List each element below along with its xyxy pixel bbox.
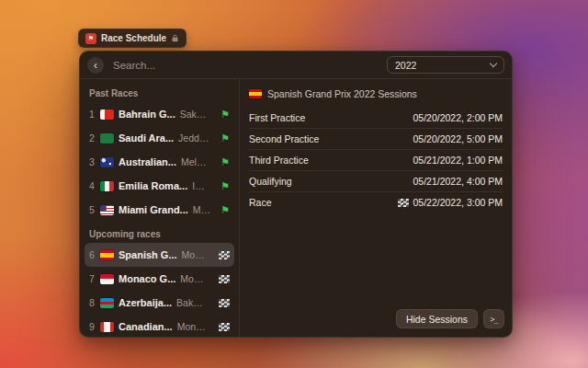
checkered-flag-icon xyxy=(219,299,230,307)
race-list-item[interactable]: 2 Saudi Ara... Jeddah, Sa... ⚑ xyxy=(85,126,234,150)
race-list-item[interactable]: 9 Canadian... Montreal, C... ⚑ xyxy=(85,315,234,337)
green-flag-icon: ⚑ xyxy=(220,109,230,120)
session-row: Race 05/22/2022, 3:00 PM xyxy=(249,192,503,213)
session-row: First Practice 05/20/2022, 2:00 PM xyxy=(249,108,503,129)
race-index: 2 xyxy=(89,132,96,144)
race-list-item[interactable]: 8 Azerbaija... Baku, Azerb... ⚑ xyxy=(85,291,234,315)
race-name: Canadian... xyxy=(119,321,173,332)
race-list-item-selected[interactable]: 6 Spanish G... Montmeló,... ⚑ xyxy=(85,243,234,267)
session-label: First Practice xyxy=(249,112,305,123)
race-list-item[interactable]: 1 Bahrain G... Sakhir, Bahr... ⚑ xyxy=(85,102,234,126)
search-input[interactable] xyxy=(111,59,379,72)
race-name: Australian... xyxy=(119,156,176,167)
checkered-flag-icon xyxy=(219,275,230,283)
race-location: Baku, Azerb... xyxy=(176,297,208,308)
race-index: 5 xyxy=(89,204,96,215)
session-time-race: 05/22/2022, 3:00 PM xyxy=(398,197,503,208)
year-dropdown-value: 2022 xyxy=(395,60,416,71)
session-time: 05/22/2022, 3:00 PM xyxy=(413,197,503,208)
session-label: Second Practice xyxy=(249,133,319,144)
race-name: Azerbaija... xyxy=(119,297,172,308)
session-time: 05/21/2022, 1:00 PM xyxy=(413,155,503,166)
terminal-icon: >_ xyxy=(490,315,497,324)
race-name: Miami Grand... xyxy=(119,204,188,215)
checkered-flag-icon xyxy=(398,199,409,207)
chevron-left-icon: ‹ xyxy=(94,59,97,71)
session-label: Third Practice xyxy=(249,155,309,166)
race-location: Imola, Italy xyxy=(192,180,209,191)
race-index: 4 xyxy=(89,180,96,191)
country-flag-icon xyxy=(100,298,114,308)
race-index: 8 xyxy=(89,297,96,308)
chevron-down-icon xyxy=(490,60,497,67)
country-flag-icon xyxy=(100,109,114,120)
app-icon: ⚑ xyxy=(85,33,96,44)
desktop-background: ⚑ Race Schedule ‹ 2022 Past Races 1 xyxy=(0,0,588,368)
race-list-item[interactable]: 3 Australian... Melbourne,... ⚑ xyxy=(85,150,234,174)
app-window: ‹ 2022 Past Races 1 Bahrain G... Sakhir,… xyxy=(79,51,513,338)
race-name: Saudi Ara... xyxy=(119,132,174,144)
green-flag-icon: ⚑ xyxy=(220,181,230,191)
checkered-flag-icon xyxy=(219,323,230,331)
session-time: 05/20/2022, 2:00 PM xyxy=(413,112,503,123)
session-time: 05/20/2022, 5:00 PM xyxy=(413,133,503,144)
race-index: 7 xyxy=(89,273,96,284)
green-flag-icon: ⚑ xyxy=(220,133,230,144)
race-name: Bahrain G... xyxy=(119,109,175,120)
race-location: Sakhir, Bahr... xyxy=(180,109,209,120)
back-button[interactable]: ‹ xyxy=(87,57,104,74)
session-row: Second Practice 05/20/2022, 5:00 PM xyxy=(249,129,503,150)
race-list-item[interactable]: 7 Monaco G... Monte-Carl... ⚑ xyxy=(85,267,234,291)
race-location: Montmeló,... xyxy=(182,249,208,260)
session-row: Qualifying 05/21/2022, 4:00 PM xyxy=(249,171,503,192)
race-name: Spanish G... xyxy=(119,249,177,260)
race-name: Monaco G... xyxy=(119,273,175,284)
window-body: Past Races 1 Bahrain G... Sakhir, Bahr..… xyxy=(80,79,512,337)
race-location: Jeddah, Sa... xyxy=(178,132,209,144)
shortcut-button[interactable]: >_ xyxy=(483,309,504,328)
flag-glyph: ⚑ xyxy=(88,35,94,41)
race-index: 9 xyxy=(89,321,96,332)
country-flag-icon xyxy=(100,274,114,284)
race-index: 3 xyxy=(89,156,96,167)
year-dropdown[interactable]: 2022 xyxy=(387,56,504,74)
country-flag-icon xyxy=(100,157,114,167)
race-location: Miami, USA xyxy=(193,204,209,215)
hide-sessions-button[interactable]: Hide Sessions xyxy=(396,309,478,328)
race-name: Emilia Roma... xyxy=(119,180,187,191)
race-list-item[interactable]: 5 Miami Grand... Miami, USA ⚑ xyxy=(85,198,234,222)
race-list-item[interactable]: 4 Emilia Roma... Imola, Italy ⚑ xyxy=(85,174,234,198)
country-flag-icon xyxy=(249,89,262,98)
checkered-flag-icon xyxy=(219,251,230,259)
sessions-panel: Spanish Grand Prix 2022 Sessions First P… xyxy=(240,79,512,337)
country-flag-icon xyxy=(100,133,114,144)
country-flag-icon xyxy=(100,250,114,260)
race-location: Montreal, C... xyxy=(177,321,208,332)
race-index: 6 xyxy=(89,249,96,260)
detail-header: Spanish Grand Prix 2022 Sessions xyxy=(240,86,512,108)
race-location: Melbourne,... xyxy=(181,156,209,167)
country-flag-icon xyxy=(100,205,114,215)
section-header-past: Past Races xyxy=(80,81,239,102)
window-tab[interactable]: ⚑ Race Schedule xyxy=(78,29,187,48)
section-header-upcoming: Upcoming races xyxy=(80,222,239,243)
detail-title: Spanish Grand Prix 2022 Sessions xyxy=(267,88,417,99)
action-bar: Hide Sessions >_ xyxy=(396,309,504,328)
lock-icon[interactable] xyxy=(171,34,179,42)
green-flag-icon: ⚑ xyxy=(220,157,230,167)
session-time: 05/21/2022, 4:00 PM xyxy=(413,176,503,187)
country-flag-icon xyxy=(100,181,114,191)
session-label: Qualifying xyxy=(249,176,292,187)
green-flag-icon: ⚑ xyxy=(220,205,230,215)
tab-title: Race Schedule xyxy=(101,33,166,43)
country-flag-icon xyxy=(100,322,114,332)
session-label: Race xyxy=(249,197,272,208)
race-location: Monte-Carl... xyxy=(180,273,208,284)
window-header: ‹ 2022 xyxy=(80,52,512,79)
race-index: 1 xyxy=(89,109,96,120)
session-row: Third Practice 05/21/2022, 1:00 PM xyxy=(249,150,503,171)
race-list: Past Races 1 Bahrain G... Sakhir, Bahr..… xyxy=(80,79,240,337)
